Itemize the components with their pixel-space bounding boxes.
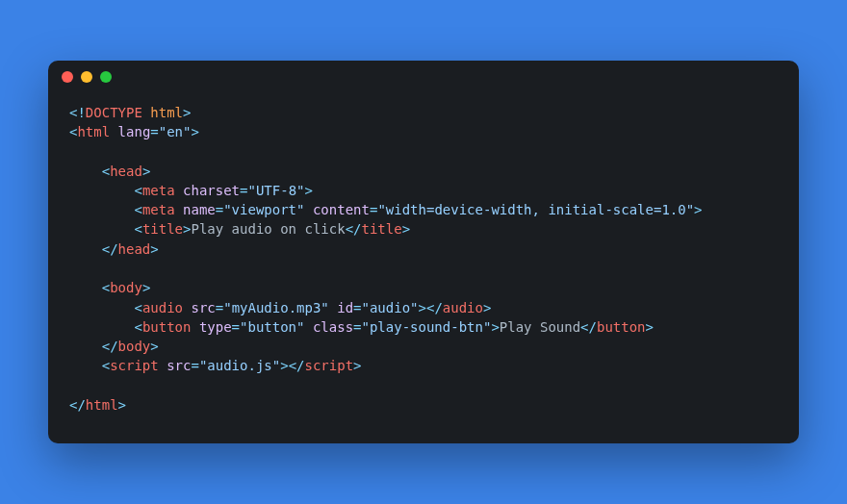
html-close-gt: >: [118, 397, 126, 413]
indent: [69, 164, 102, 179]
eq9: =: [191, 358, 198, 373]
space: [191, 319, 198, 335]
audio-tag: audio: [142, 300, 183, 315]
eq3: =: [216, 202, 223, 217]
meta2-lt: <: [134, 202, 141, 217]
eq6: =: [353, 300, 361, 315]
button-type-attr: type: [199, 319, 232, 335]
button-type-val: "button": [240, 319, 304, 335]
indent: [69, 202, 134, 217]
indent: [69, 358, 102, 373]
title-lt: <: [134, 221, 141, 237]
meta1-lt: <: [134, 183, 141, 198]
body-tag: body: [110, 280, 142, 295]
content-attr: content: [313, 202, 370, 217]
space: [329, 300, 337, 315]
title-close-tag: title: [361, 221, 401, 237]
space: [110, 124, 117, 139]
audio-close-lt: </: [426, 300, 443, 315]
space: [159, 358, 167, 373]
space: [304, 202, 312, 217]
charset-attr: charset: [183, 183, 240, 198]
script-gt: >: [280, 358, 288, 373]
audio-id-attr: id: [337, 300, 353, 315]
lang-val: "en": [159, 124, 192, 139]
audio-lt: <: [134, 300, 141, 315]
head-lt: <: [102, 164, 110, 179]
html-close-lt: </: [69, 397, 86, 413]
html-tag: html: [77, 124, 110, 139]
script-close-gt: >: [353, 358, 361, 373]
zoom-icon[interactable]: [100, 71, 112, 83]
eq5: =: [216, 300, 223, 315]
meta1-gt: >: [305, 183, 313, 198]
title-close-lt: </: [346, 221, 362, 237]
indent: [69, 280, 102, 295]
button-text: Play Sound: [500, 319, 580, 335]
script-close-lt: </: [289, 358, 305, 373]
button-close-tag: button: [597, 319, 646, 335]
space: [175, 202, 183, 217]
indent: [69, 300, 134, 315]
indent: [69, 319, 134, 335]
window-titlebar: [48, 61, 799, 93]
viewport-val: "viewport": [223, 202, 304, 217]
content-val: "width=device-width, initial-scale=1.0": [377, 202, 694, 217]
indent: [69, 241, 102, 257]
audio-src-attr: src: [191, 300, 215, 315]
indent: [69, 339, 102, 354]
body-close-lt: </: [102, 339, 118, 354]
audio-close-tag: audio: [443, 300, 483, 315]
code-block: <!DOCTYPE html> <html lang="en"> <head> …: [48, 93, 799, 444]
title-text: Play audio on click: [191, 221, 345, 237]
space: [175, 183, 183, 198]
body-lt: <: [102, 280, 110, 295]
space: [304, 319, 312, 335]
head-tag: head: [110, 164, 142, 179]
name-attr: name: [183, 202, 216, 217]
script-src-val: "audio.js": [199, 358, 280, 373]
meta2-gt: >: [694, 202, 702, 217]
close-icon[interactable]: [62, 71, 73, 83]
head-close-gt: >: [150, 241, 158, 257]
button-gt: >: [491, 319, 499, 335]
minimize-icon[interactable]: [81, 71, 92, 83]
head-close-lt: </: [102, 241, 118, 257]
doctype-keyword: DOCTYPE: [86, 105, 142, 120]
doctype-html: html: [142, 105, 183, 120]
doctype-open: <!: [69, 105, 86, 120]
meta-tag2: meta: [142, 202, 175, 217]
audio-id-val: "audio": [362, 300, 419, 315]
indent: [69, 221, 134, 237]
eq7: =: [232, 319, 240, 335]
head-close-tag: head: [118, 241, 151, 257]
eq: =: [150, 124, 158, 139]
button-tag: button: [142, 319, 192, 335]
eq8: =: [353, 319, 361, 335]
title-tag: title: [142, 221, 183, 237]
lang-attr: lang: [118, 124, 151, 139]
body-close-gt: >: [150, 339, 158, 354]
charset-val: "UTF-8": [247, 183, 304, 198]
script-tag: script: [110, 358, 159, 373]
code-window: <!DOCTYPE html> <html lang="en"> <head> …: [48, 61, 799, 444]
audio-close-gt: >: [483, 300, 491, 315]
body-close-tag: body: [118, 339, 151, 354]
button-close-lt: </: [580, 319, 597, 335]
indent: [69, 183, 134, 198]
button-class-val: "play-sound-btn": [362, 319, 492, 335]
script-src-attr: src: [167, 358, 191, 373]
audio-gt: >: [419, 300, 426, 315]
html-close-tag: html: [86, 397, 118, 413]
script-lt: <: [102, 358, 110, 373]
button-lt: <: [134, 319, 141, 335]
script-close-tag: script: [305, 358, 354, 373]
doctype-close: >: [183, 105, 191, 120]
title-close-gt: >: [402, 221, 410, 237]
button-close-gt: >: [646, 319, 654, 335]
button-class-attr: class: [313, 319, 353, 335]
audio-src-val: "myAudio.mp3": [223, 300, 329, 315]
body-gt: >: [142, 280, 150, 295]
gt2: >: [142, 164, 150, 179]
gt: >: [191, 124, 198, 139]
